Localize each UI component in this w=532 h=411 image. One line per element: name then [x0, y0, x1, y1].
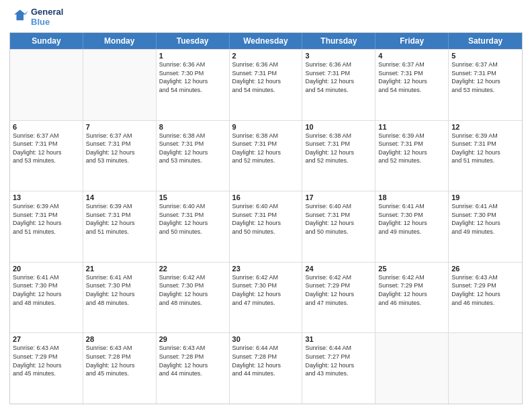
day-cell: 20Sunrise: 6:41 AM Sunset: 7:30 PM Dayli… — [10, 263, 83, 333]
day-header-sunday: Sunday — [10, 33, 83, 49]
day-number: 26 — [451, 265, 519, 273]
day-cell: 30Sunrise: 6:44 AM Sunset: 7:28 PM Dayli… — [230, 333, 303, 404]
day-info: Sunrise: 6:40 AM Sunset: 7:31 PM Dayligh… — [159, 202, 226, 236]
day-cell: 11Sunrise: 6:39 AM Sunset: 7:31 PM Dayli… — [375, 121, 449, 191]
day-number: 1 — [159, 52, 226, 60]
day-info: Sunrise: 6:39 AM Sunset: 7:31 PM Dayligh… — [86, 202, 153, 236]
day-info: Sunrise: 6:42 AM Sunset: 7:30 PM Dayligh… — [232, 273, 300, 307]
day-cell: 7Sunrise: 6:37 AM Sunset: 7:31 PM Daylig… — [83, 121, 157, 191]
day-number: 17 — [305, 193, 372, 201]
day-cell: 26Sunrise: 6:43 AM Sunset: 7:29 PM Dayli… — [449, 263, 522, 333]
day-number: 27 — [13, 335, 80, 343]
week-row-1: 6Sunrise: 6:37 AM Sunset: 7:31 PM Daylig… — [10, 120, 522, 191]
day-cell — [10, 50, 83, 120]
day-cell: 25Sunrise: 6:42 AM Sunset: 7:29 PM Dayli… — [375, 263, 449, 333]
day-number: 21 — [86, 265, 153, 273]
day-cell: 29Sunrise: 6:43 AM Sunset: 7:28 PM Dayli… — [157, 333, 230, 404]
day-cell: 10Sunrise: 6:38 AM Sunset: 7:31 PM Dayli… — [302, 121, 375, 191]
day-number: 5 — [451, 52, 519, 60]
calendar-body: 1Sunrise: 6:36 AM Sunset: 7:30 PM Daylig… — [10, 49, 522, 404]
day-cell: 2Sunrise: 6:36 AM Sunset: 7:31 PM Daylig… — [230, 50, 303, 120]
day-number: 22 — [159, 265, 226, 273]
day-cell: 4Sunrise: 6:37 AM Sunset: 7:31 PM Daylig… — [375, 50, 449, 120]
day-cell: 8Sunrise: 6:38 AM Sunset: 7:31 PM Daylig… — [157, 121, 230, 191]
day-cell — [83, 50, 157, 120]
day-header-saturday: Saturday — [449, 33, 522, 49]
day-info: Sunrise: 6:43 AM Sunset: 7:29 PM Dayligh… — [451, 273, 519, 307]
day-cell: 17Sunrise: 6:40 AM Sunset: 7:31 PM Dayli… — [302, 191, 375, 262]
day-number: 29 — [159, 335, 226, 343]
day-info: Sunrise: 6:39 AM Sunset: 7:31 PM Dayligh… — [13, 202, 80, 236]
day-number: 10 — [305, 123, 372, 131]
logo-icon — [9, 7, 28, 26]
day-cell: 9Sunrise: 6:38 AM Sunset: 7:31 PM Daylig… — [230, 121, 303, 191]
day-cell: 16Sunrise: 6:40 AM Sunset: 7:31 PM Dayli… — [230, 191, 303, 262]
day-header-tuesday: Tuesday — [157, 33, 230, 49]
day-cell: 24Sunrise: 6:42 AM Sunset: 7:29 PM Dayli… — [302, 263, 375, 333]
day-info: Sunrise: 6:42 AM Sunset: 7:29 PM Dayligh… — [305, 273, 372, 307]
day-info: Sunrise: 6:36 AM Sunset: 7:31 PM Dayligh… — [305, 60, 372, 94]
day-info: Sunrise: 6:43 AM Sunset: 7:29 PM Dayligh… — [13, 344, 80, 377]
day-info: Sunrise: 6:42 AM Sunset: 7:30 PM Dayligh… — [159, 273, 226, 307]
week-row-4: 27Sunrise: 6:43 AM Sunset: 7:29 PM Dayli… — [10, 332, 522, 404]
day-cell: 1Sunrise: 6:36 AM Sunset: 7:30 PM Daylig… — [157, 50, 230, 120]
day-number: 8 — [159, 123, 226, 131]
day-number: 12 — [451, 123, 519, 131]
day-number: 2 — [232, 52, 300, 60]
day-info: Sunrise: 6:36 AM Sunset: 7:31 PM Dayligh… — [232, 60, 300, 94]
day-cell — [449, 333, 522, 404]
day-info: Sunrise: 6:43 AM Sunset: 7:28 PM Dayligh… — [86, 344, 153, 377]
svg-marker-0 — [14, 10, 26, 21]
day-info: Sunrise: 6:38 AM Sunset: 7:31 PM Dayligh… — [305, 132, 372, 165]
day-info: Sunrise: 6:41 AM Sunset: 7:30 PM Dayligh… — [13, 273, 80, 307]
day-cell: 21Sunrise: 6:41 AM Sunset: 7:30 PM Dayli… — [83, 263, 157, 333]
logo-text: General Blue — [31, 7, 63, 27]
day-header-friday: Friday — [375, 33, 449, 49]
day-number: 6 — [13, 123, 80, 131]
day-number: 9 — [232, 123, 300, 131]
day-cell: 18Sunrise: 6:41 AM Sunset: 7:30 PM Dayli… — [375, 191, 449, 262]
day-info: Sunrise: 6:43 AM Sunset: 7:28 PM Dayligh… — [159, 344, 226, 377]
logo: General Blue — [9, 7, 63, 27]
day-number: 28 — [86, 335, 153, 343]
day-number: 11 — [378, 123, 445, 131]
day-info: Sunrise: 6:37 AM Sunset: 7:31 PM Dayligh… — [13, 132, 80, 165]
day-cell — [375, 333, 449, 404]
day-cell: 12Sunrise: 6:39 AM Sunset: 7:31 PM Dayli… — [449, 121, 522, 191]
day-info: Sunrise: 6:41 AM Sunset: 7:30 PM Dayligh… — [86, 273, 153, 307]
day-cell: 14Sunrise: 6:39 AM Sunset: 7:31 PM Dayli… — [83, 191, 157, 262]
day-cell: 19Sunrise: 6:41 AM Sunset: 7:30 PM Dayli… — [449, 191, 522, 262]
day-number: 30 — [232, 335, 300, 343]
day-number: 19 — [451, 193, 519, 201]
day-number: 23 — [232, 265, 300, 273]
day-cell: 27Sunrise: 6:43 AM Sunset: 7:29 PM Dayli… — [10, 333, 83, 404]
week-row-2: 13Sunrise: 6:39 AM Sunset: 7:31 PM Dayli… — [10, 191, 522, 262]
calendar: SundayMondayTuesdayWednesdayThursdayFrid… — [9, 32, 523, 404]
day-info: Sunrise: 6:41 AM Sunset: 7:30 PM Dayligh… — [451, 202, 519, 236]
calendar-header: SundayMondayTuesdayWednesdayThursdayFrid… — [10, 33, 522, 49]
day-info: Sunrise: 6:40 AM Sunset: 7:31 PM Dayligh… — [232, 202, 300, 236]
day-number: 20 — [13, 265, 80, 273]
day-number: 14 — [86, 193, 153, 201]
day-info: Sunrise: 6:39 AM Sunset: 7:31 PM Dayligh… — [378, 132, 445, 165]
day-info: Sunrise: 6:38 AM Sunset: 7:31 PM Dayligh… — [232, 132, 300, 165]
day-info: Sunrise: 6:40 AM Sunset: 7:31 PM Dayligh… — [305, 202, 372, 236]
header: General Blue — [9, 7, 523, 27]
day-cell: 13Sunrise: 6:39 AM Sunset: 7:31 PM Dayli… — [10, 191, 83, 262]
day-info: Sunrise: 6:42 AM Sunset: 7:29 PM Dayligh… — [378, 273, 445, 307]
day-cell: 6Sunrise: 6:37 AM Sunset: 7:31 PM Daylig… — [10, 121, 83, 191]
day-info: Sunrise: 6:41 AM Sunset: 7:30 PM Dayligh… — [378, 202, 445, 236]
day-number: 25 — [378, 265, 445, 273]
day-number: 31 — [305, 335, 372, 343]
day-number: 13 — [13, 193, 80, 201]
week-row-3: 20Sunrise: 6:41 AM Sunset: 7:30 PM Dayli… — [10, 262, 522, 333]
day-info: Sunrise: 6:38 AM Sunset: 7:31 PM Dayligh… — [159, 132, 226, 165]
day-number: 7 — [86, 123, 153, 131]
day-cell: 15Sunrise: 6:40 AM Sunset: 7:31 PM Dayli… — [157, 191, 230, 262]
day-cell: 31Sunrise: 6:44 AM Sunset: 7:27 PM Dayli… — [302, 333, 375, 404]
day-number: 18 — [378, 193, 445, 201]
day-info: Sunrise: 6:37 AM Sunset: 7:31 PM Dayligh… — [451, 60, 519, 94]
day-info: Sunrise: 6:44 AM Sunset: 7:27 PM Dayligh… — [305, 344, 372, 377]
week-row-0: 1Sunrise: 6:36 AM Sunset: 7:30 PM Daylig… — [10, 49, 522, 120]
day-cell: 3Sunrise: 6:36 AM Sunset: 7:31 PM Daylig… — [302, 50, 375, 120]
